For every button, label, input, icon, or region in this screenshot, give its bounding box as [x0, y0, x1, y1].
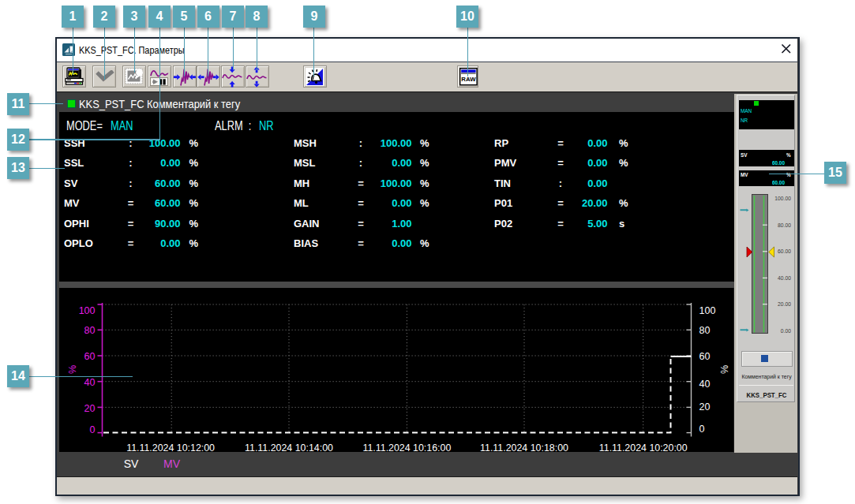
svg-text:20: 20 [699, 401, 711, 413]
svg-text:11.11.2024 10:16:00: 11.11.2024 10:16:00 [362, 442, 451, 453]
svg-text:40: 40 [84, 376, 96, 387]
svg-text:%: % [67, 364, 78, 373]
svg-text:60: 60 [84, 350, 96, 361]
svg-text:100: 100 [699, 305, 716, 316]
svg-text:60: 60 [699, 351, 711, 362]
svg-text:11.11.2024 10:18:00: 11.11.2024 10:18:00 [480, 442, 568, 453]
svg-text:0: 0 [699, 424, 705, 435]
svg-text:11.11.2024 10:14:00: 11.11.2024 10:14:00 [245, 442, 333, 453]
svg-text:0: 0 [90, 424, 96, 435]
svg-text:80: 80 [84, 324, 96, 335]
svg-text:11.11.2024 10:12:00: 11.11.2024 10:12:00 [126, 442, 215, 453]
svg-text:%: % [719, 364, 730, 373]
svg-text:80: 80 [699, 324, 711, 335]
svg-text:11.11.2024 10:20:00: 11.11.2024 10:20:00 [599, 442, 688, 453]
svg-text:20: 20 [84, 402, 96, 413]
svg-text:40: 40 [699, 378, 711, 389]
svg-text:100: 100 [79, 304, 96, 315]
svg-text:RAW: RAW [461, 76, 476, 83]
